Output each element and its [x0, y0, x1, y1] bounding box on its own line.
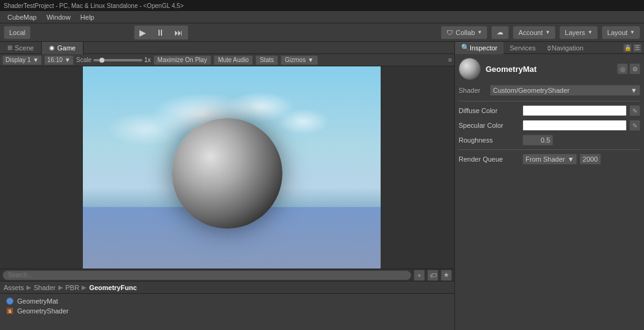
roughness-row: Roughness 0.5	[459, 135, 640, 146]
menu-help[interactable]: Help	[76, 12, 99, 22]
main-area: ⊞ Scene ◉ Game Display 1 ▼ 16:10 ▼ Scale	[0, 42, 644, 330]
step-button[interactable]: ⏭	[169, 26, 188, 39]
shader-dropdown[interactable]: Custom/GeometryShader ▼	[490, 85, 640, 96]
diffuse-color-swatch[interactable]	[522, 105, 627, 116]
display-label: Display 1	[6, 57, 31, 63]
breadcrumb-pbr[interactable]: PBR	[66, 284, 80, 291]
cloud-button[interactable]: ☁	[491, 26, 509, 39]
specular-color-swatch[interactable]	[522, 120, 627, 131]
account-arrow-icon: ▼	[545, 29, 550, 35]
breadcrumb-geometryfunc[interactable]: GeometryFunc	[89, 284, 137, 291]
aspect-label: 16:10	[47, 57, 63, 63]
tab-navigation[interactable]: ⧮ Navigation	[541, 42, 589, 54]
material-header: GeometryMat ◎ ⚙	[459, 58, 640, 80]
game-viewport	[0, 66, 454, 269]
specular-color-row: Specular Color ✎	[459, 120, 640, 131]
title-text: ShaderTestProject - PC, Mac & Linux Stan…	[4, 2, 184, 9]
add-asset-button[interactable]: +	[414, 270, 425, 281]
display-dropdown[interactable]: Display 1 ▼	[2, 55, 42, 65]
game-toolbar: Display 1 ▼ 16:10 ▼ Scale 1x Maximize On…	[0, 54, 454, 66]
tab-navigation-label: Navigation	[551, 44, 583, 52]
lock-icon[interactable]: 🔒	[623, 44, 632, 52]
material-preview-sphere	[459, 58, 481, 80]
scale-prefix: Scale	[76, 57, 91, 63]
tab-scene[interactable]: ⊞ Scene	[0, 42, 42, 54]
settings-icon[interactable]: ⚙	[629, 63, 640, 74]
menu-window[interactable]: Window	[42, 12, 76, 22]
layers-label: Layers	[565, 29, 585, 36]
gizmos-label: Gizmos	[285, 57, 306, 63]
collab-dropdown[interactable]: 🛡 Collab ▼	[441, 26, 487, 39]
dark-right-panel	[381, 66, 454, 269]
breadcrumb-assets[interactable]: Assets	[4, 284, 24, 291]
shield-icon: 🛡	[446, 29, 453, 36]
pause-button[interactable]: ⏸	[151, 26, 169, 39]
cloud-icon: ☁	[497, 28, 503, 36]
material-header-icons: ◎ ⚙	[617, 63, 640, 74]
inspector-icon: 🔍	[461, 44, 470, 52]
render-queue-label: Render Queue	[459, 155, 520, 163]
inspector-tabs: 🔍 Inspector Services ⧮ Navigation 🔒 ☰	[455, 42, 644, 54]
layout-dropdown[interactable]: Layout ▼	[602, 26, 640, 39]
minimize-icon[interactable]: ≡	[448, 57, 452, 63]
mute-audio-button[interactable]: Mute Audio	[214, 55, 253, 65]
account-label: Account	[518, 29, 543, 36]
layers-arrow-icon: ▼	[588, 29, 592, 35]
bottom-panel: + 🏷 ★ Assets ▶ Shader ▶ PBR ▶ GeometryFu…	[0, 269, 454, 330]
gizmos-arrow-icon: ▼	[308, 57, 314, 63]
material-name: GeometryMat	[486, 65, 537, 74]
toolbar: Local ▶ ⏸ ⏭ 🛡 Collab ▼ ☁ Account ▼ Layer…	[0, 23, 644, 42]
tab-game[interactable]: ◉ Game	[42, 42, 83, 54]
scale-value: 1x	[144, 57, 151, 63]
list-item[interactable]: GeometryMat	[4, 296, 451, 306]
render-queue-dropdown[interactable]: From Shader ▼	[522, 154, 577, 165]
play-button[interactable]: ▶	[134, 26, 151, 39]
scene-icon: ⊞	[7, 44, 12, 51]
tab-bar: ⊞ Scene ◉ Game	[0, 42, 454, 54]
asset-name-1: GeometryShader	[17, 307, 69, 315]
search-input[interactable]	[2, 270, 411, 280]
material-icon	[6, 297, 14, 305]
select-material-icon[interactable]: ◎	[617, 63, 628, 74]
asset-name-0: GeometryMat	[17, 297, 58, 305]
inspector-content: GeometryMat ◎ ⚙ Shader Custom/GeometrySh…	[455, 54, 644, 330]
account-dropdown[interactable]: Account ▼	[513, 26, 556, 39]
layout-arrow-icon: ▼	[630, 29, 635, 35]
tab-inspector[interactable]: 🔍 Inspector	[455, 42, 503, 54]
diffuse-edit-icon[interactable]: ✎	[629, 105, 640, 116]
title-bar: ShaderTestProject - PC, Mac & Linux Stan…	[0, 0, 644, 11]
render-queue-from: From Shader	[526, 155, 565, 163]
tab-services[interactable]: Services	[503, 42, 541, 54]
inspector-panel: 🔍 Inspector Services ⧮ Navigation 🔒 ☰ Ge…	[454, 42, 644, 330]
menu-cubemap[interactable]: CubeMap	[2, 12, 42, 22]
toolbar-left: Local	[4, 26, 31, 39]
tab-scene-label: Scene	[15, 44, 34, 52]
layers-dropdown[interactable]: Layers ▼	[559, 26, 598, 39]
menu-bar: CubeMap Window Help	[0, 11, 644, 23]
breadcrumb-arrow-2: ▶	[58, 284, 63, 291]
tab-services-label: Services	[510, 44, 535, 52]
scale-slider[interactable]	[93, 59, 142, 61]
roughness-value[interactable]: 0.5	[522, 135, 553, 146]
aspect-dropdown[interactable]: 16:10 ▼	[44, 55, 74, 65]
toolbar-right: 🛡 Collab ▼ ☁ Account ▼ Layers ▼ Layout ▼	[441, 26, 640, 39]
specular-edit-icon[interactable]: ✎	[629, 120, 640, 131]
scale-container: Scale 1x	[76, 57, 151, 63]
bottom-toolbar-search: + 🏷 ★	[0, 269, 454, 281]
shader-value: Custom/GeometryShader	[493, 87, 570, 94]
breadcrumb-arrow-3: ▶	[82, 284, 87, 291]
scale-thumb	[99, 58, 104, 63]
more-options-icon[interactable]: ☰	[633, 44, 642, 52]
asset-list: GeometryMat S GeometryShader	[0, 294, 454, 318]
display-arrow-icon: ▼	[33, 57, 39, 63]
breadcrumb-shader[interactable]: Shader	[34, 284, 55, 291]
shader-row: Shader Custom/GeometryShader ▼	[459, 85, 640, 96]
stats-button[interactable]: Stats	[255, 55, 278, 65]
gizmos-button[interactable]: Gizmos ▼	[281, 55, 318, 65]
specular-label: Specular Color	[459, 122, 520, 129]
list-item[interactable]: S GeometryShader	[4, 306, 451, 316]
maximize-on-play-button[interactable]: Maximize On Play	[153, 55, 212, 65]
tag-icon[interactable]: 🏷	[427, 270, 438, 281]
star-icon[interactable]: ★	[441, 270, 452, 281]
local-badge[interactable]: Local	[4, 26, 31, 39]
